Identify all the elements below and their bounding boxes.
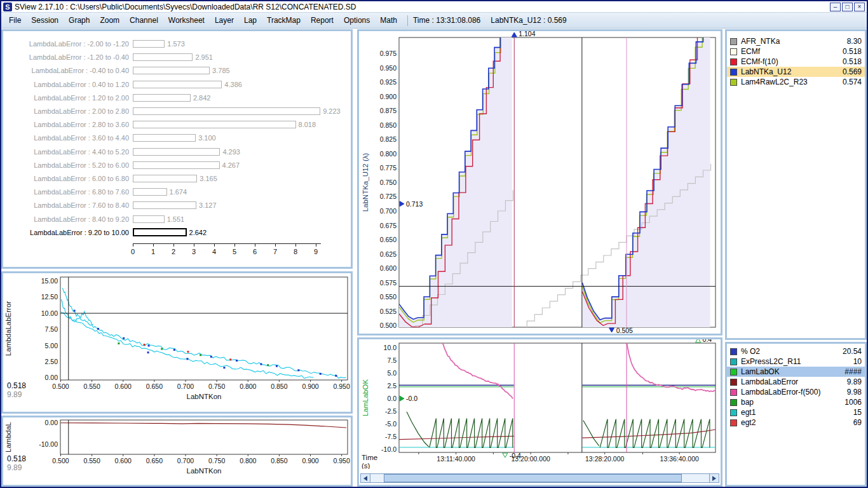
svg-text:-0.0: -0.0 [406,395,417,402]
scroll-left-button[interactable] [360,473,370,483]
menu-item-zoom[interactable]: Zoom [95,13,125,27]
svg-text:0.850: 0.850 [271,383,287,390]
menu-item-options[interactable]: Options [339,13,375,27]
menu-item-channel[interactable]: Channel [125,13,163,27]
channel-row-lamlabok[interactable]: LamLabOK#### [727,367,865,377]
menu-item-file[interactable]: File [4,13,26,27]
scatter-chart[interactable]: 15.0012.5010.007.505.002.500.000.5000.55… [3,273,351,412]
small-chart[interactable]: 0.00-10.000.5000.5500.6000.6500.7000.750… [3,417,351,485]
channel-row-expressl2c-r11[interactable]: ExPressL2C_R1110 [727,356,865,367]
menu-item-trackmap[interactable]: TrackMap [262,13,306,27]
menu-item-report[interactable]: Report [306,13,339,27]
channel-row-ecmf-f-10-[interactable]: ECMf-f(10)0.518 [727,57,865,67]
svg-text:0.575: 0.575 [380,279,397,287]
hist-row-12[interactable]: LambdaLabError : 7.60 to 8.403.127 [3,199,349,212]
bottom-chart-panel: 10.07.55.02.50.0-2.5-5.0-7.5-10.013:11:4… [357,337,722,487]
close-button[interactable]: × [854,3,865,11]
menu-item-layer[interactable]: Layer [210,13,239,27]
svg-text:0.925: 0.925 [380,78,397,86]
channel-color-swatch [730,358,737,365]
menu-item-worksheet[interactable]: Worksheet [163,13,210,27]
channel-value: 20.54 [843,347,862,356]
svg-text:0.00: 0.00 [45,419,58,426]
menu-item-session[interactable]: Session [26,13,64,27]
channel-color-swatch [730,409,737,416]
channel-name: ECMf [741,47,840,56]
svg-text:0.700: 0.700 [177,383,194,390]
time-scrollbar[interactable] [360,473,719,483]
svg-text:0.950: 0.950 [334,383,350,390]
hist-bar [133,215,165,223]
channel-row-afr-ntka[interactable]: AFR_NTKa8.30 [727,36,865,46]
hist-row-13[interactable]: LambdaLabError : 8.40 to 9.201.551 [3,213,349,226]
menubar: FileSessionGraphZoomChannelWorksheetLaye… [1,13,867,29]
channel-color-swatch [730,399,737,406]
svg-text:0.875: 0.875 [380,107,397,114]
channel-row-ecmf[interactable]: ECMf0.518 [727,46,865,57]
minimize-button[interactable]: – [830,3,841,11]
hist-axis-tick: 5 [233,248,236,255]
hist-row-label: LambdaLabError : 3.60 to 4.40 [3,134,129,142]
menu-items: FileSessionGraphZoomChannelWorksheetLaye… [4,13,402,27]
lamlabok-time-chart[interactable]: 10.07.55.02.50.0-2.5-5.0-7.5-10.013:11:4… [359,339,721,469]
channel-value: 9.98 [847,388,862,396]
hist-axis-tick: 6 [253,248,257,255]
channel-name: LambdaLabError-f(500) [741,388,844,396]
channel-row-egt2[interactable]: egt269 [727,417,865,428]
maximize-button[interactable]: □ [842,3,853,11]
svg-text:0.800: 0.800 [380,150,397,158]
hist-row-6[interactable]: LambdaLabError : 2.80 to 3.608.018 [3,118,349,131]
svg-text:0.505: 0.505 [616,327,633,334]
channel-row-bap[interactable]: bap1006 [727,397,865,407]
hist-row-0[interactable]: LambdaLabError : -2.00 to -1.201.573 [3,37,349,50]
channel-name: LabNTKa_U12 [741,67,840,76]
hist-row-3[interactable]: LambdaLabError : 0.40 to 1.204.386 [3,78,349,91]
svg-text:-7.5: -7.5 [385,433,397,440]
menu-item-math[interactable]: Math [375,13,402,27]
scroll-right-button[interactable] [709,473,719,483]
app-icon: S [3,3,12,11]
channel-value: 10 [853,357,862,366]
hist-bar-value: 3.100 [198,134,216,142]
main-chart-panel: 0.9750.9500.9250.9000.8750.8500.8250.800… [357,29,722,336]
small-chart-panel: 0.00-10.000.5000.5500.6000.6500.7000.750… [1,416,353,487]
small-cursor-x-readout: 0.518 [7,454,26,463]
hist-row-10[interactable]: LambdaLabError : 6.00 to 6.803.165 [3,172,349,185]
hist-row-label: LambdaLabError : 6.80 to 7.60 [3,188,129,196]
hist-row-5[interactable]: LambdaLabError : 2.00 to 2.809.223 [3,105,349,118]
small-cursor-y-readout: 9.89 [7,463,22,472]
channel-row-labntka-u12[interactable]: LabNTKa_U120.569 [727,67,865,77]
svg-text:0.650: 0.650 [146,457,163,464]
channel-row-egt1[interactable]: egt115 [727,407,865,417]
channel-row-lambdalaberror-f-500-[interactable]: LambdaLabError-f(500)9.98 [727,387,865,397]
menu-item-graph[interactable]: Graph [64,13,95,27]
hist-bar [133,175,197,182]
hist-row-label: LambdaLabError : -0.40 to 0.40 [3,67,129,74]
hist-row-11[interactable]: LambdaLabError : 6.80 to 7.601.674 [3,186,349,198]
svg-text:LamLabOK: LamLabOK [362,379,369,417]
hist-row-1[interactable]: LambdaLabError : -1.20 to -0.402.951 [3,51,349,64]
svg-text:7.50: 7.50 [45,325,58,333]
hist-bar [133,67,210,74]
channel-row-lam4rawl2c-r23[interactable]: Lam4RawL2C_R230.574 [727,77,865,87]
channel-row-lambdalaberror[interactable]: LambdaLabError9.89 [727,377,865,387]
hist-row-9[interactable]: LambdaLabError : 5.20 to 6.004.267 [3,159,349,172]
scrollbar-thumb[interactable] [384,474,682,482]
svg-text:0.650: 0.650 [146,383,163,390]
scrollbar-track[interactable] [370,473,709,483]
channel-name: AFR_NTKa [741,37,844,46]
svg-text:0.675: 0.675 [380,222,397,229]
scatter-panel: 15.0012.5010.007.505.002.500.000.5000.55… [1,271,353,414]
lambda-time-chart[interactable]: 0.9750.9500.9250.9000.8750.8500.8250.800… [359,31,721,334]
menu-item-lap[interactable]: Lap [239,13,262,27]
status-time: Time : 13:31:08.086 [413,16,480,25]
hist-row-4[interactable]: LambdaLabError : 1.20 to 2.002.842 [3,92,349,104]
channel-name: egt2 [741,418,851,427]
hist-row-7[interactable]: LambdaLabError : 3.60 to 4.403.100 [3,132,349,144]
channel-name: ECMf-f(10) [741,57,840,66]
hist-bar [133,228,187,236]
hist-row-2[interactable]: LambdaLabError : -0.40 to 0.403.785 [3,64,349,77]
hist-row-14[interactable]: LambdaLabError : 9.20 to 10.002.642 [3,226,349,239]
channel-row--o2[interactable]: % O220.54 [727,346,865,356]
hist-row-8[interactable]: LambdaLabError : 4.40 to 5.204.293 [3,146,349,158]
